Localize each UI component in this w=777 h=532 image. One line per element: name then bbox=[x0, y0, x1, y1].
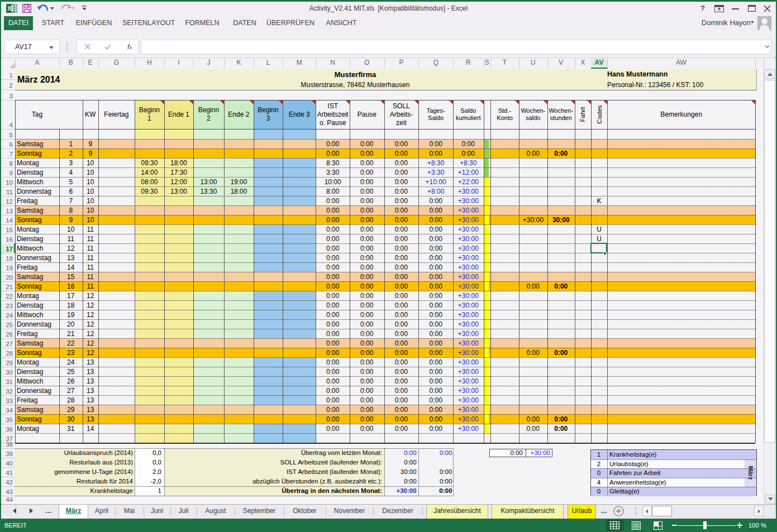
svg-text:X: X bbox=[7, 5, 12, 12]
